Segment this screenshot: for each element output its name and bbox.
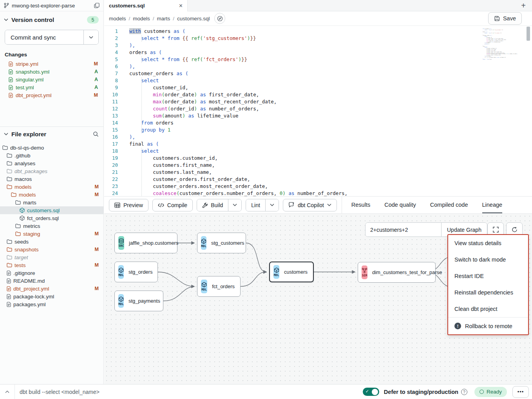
code-line[interactable]: min(order_date) as first_order_date, bbox=[129, 91, 532, 98]
build-button[interactable]: Build bbox=[197, 199, 228, 211]
expand-command-panel-icon[interactable] bbox=[0, 385, 15, 399]
breadcrumb-item[interactable]: models bbox=[133, 16, 150, 22]
lineage-node-fct-orders[interactable]: MDL fct_orders bbox=[197, 276, 241, 297]
code-line[interactable]: customer_orders.first_order_date, bbox=[129, 176, 532, 183]
save-button[interactable]: Save bbox=[488, 12, 522, 25]
compile-button[interactable]: Compile bbox=[152, 199, 193, 211]
file-tree-item--gitignore[interactable]: .gitignore bbox=[0, 269, 103, 277]
code-line[interactable]: ), bbox=[129, 42, 532, 49]
copy-icon[interactable] bbox=[94, 3, 100, 8]
changed-file-row[interactable]: stripe.yml M bbox=[0, 60, 103, 68]
lineage-node-jaffle-shop-customers[interactable]: SRC jaffle_shop.customers bbox=[114, 233, 177, 253]
close-tab-icon[interactable]: × bbox=[179, 3, 183, 9]
code-line[interactable]: select * from {{ ref('fct_orders')}} bbox=[129, 56, 532, 63]
code-line[interactable]: select * from {{ ref('stg_customers')}} bbox=[129, 35, 532, 42]
file-tree-item-analyses[interactable]: analyses bbox=[0, 159, 103, 167]
lineage-selector-input[interactable] bbox=[366, 223, 441, 237]
menu-item-switch-to-dark-mode[interactable]: Switch to dark mode bbox=[448, 251, 528, 268]
file-tree-item-marts[interactable]: marts bbox=[0, 199, 103, 206]
code-line[interactable]: customers.first_name, bbox=[129, 162, 532, 169]
menu-item-reinstall-dependencies[interactable]: Reinstall dependencies bbox=[448, 284, 528, 301]
tab-compiled-code[interactable]: Compiled code bbox=[430, 197, 468, 213]
lint-button[interactable]: Lint bbox=[246, 199, 265, 211]
code-line[interactable]: ), bbox=[129, 134, 532, 141]
file-tree-item-metrics[interactable]: metrics bbox=[0, 222, 103, 230]
file-tree-item-models[interactable]: modelsM bbox=[0, 191, 103, 199]
breadcrumb-item[interactable]: marts bbox=[157, 16, 170, 22]
code-line[interactable]: sum(amount) as lifetime_value bbox=[129, 112, 532, 119]
more-options-button[interactable]: ••• bbox=[512, 386, 529, 398]
code-line[interactable]: select bbox=[129, 148, 532, 155]
lineage-node-customers[interactable]: MDL customers bbox=[269, 262, 314, 282]
lineage-node-stg-customers[interactable]: MDL stg_customers bbox=[197, 233, 246, 253]
defer-toggle[interactable]: ✓ bbox=[363, 388, 379, 396]
menu-item-rollback-to-remote[interactable]: !Rollback to remote bbox=[448, 317, 528, 334]
file-tree-item-package-lock-yml[interactable]: package-lock.yml bbox=[0, 292, 103, 300]
code-content[interactable]: with customers as ( select * from {{ ref… bbox=[123, 26, 532, 196]
search-icon[interactable] bbox=[93, 131, 99, 137]
code-line[interactable]: customers.customer_id, bbox=[129, 155, 532, 162]
menu-item-view-status-details[interactable]: View status details bbox=[448, 235, 528, 251]
code-line[interactable]: with customers as ( bbox=[129, 28, 532, 35]
changed-file-row[interactable]: singular.yml A bbox=[0, 76, 103, 83]
open-in-explorer-icon[interactable] bbox=[214, 13, 225, 24]
code-line[interactable]: select bbox=[129, 77, 532, 84]
code-line[interactable]: final as ( bbox=[129, 141, 532, 148]
changed-file-row[interactable]: dbt_project.yml M bbox=[0, 91, 103, 99]
code-line[interactable]: customer_orders.most_recent_order_date, bbox=[129, 183, 532, 190]
code-line[interactable]: customer_orders as ( bbox=[129, 70, 532, 77]
help-icon[interactable]: ? bbox=[461, 389, 467, 395]
tab-results[interactable]: Results bbox=[351, 197, 370, 213]
menu-item-clean-dbt-project[interactable]: Clean dbt project bbox=[448, 301, 528, 317]
tab-code-quality[interactable]: Code quality bbox=[384, 197, 416, 213]
file-tree-item-models[interactable]: modelsM bbox=[0, 183, 103, 191]
menu-item-restart-ide[interactable]: Restart IDE bbox=[448, 268, 528, 284]
code-editor[interactable]: 1234567891011121314151617181920212223242… bbox=[104, 26, 532, 196]
file-tree-item-dbt-packages[interactable]: dbt_packages bbox=[0, 167, 103, 175]
file-tree-item-customers-sql[interactable]: customers.sql bbox=[0, 206, 103, 214]
file-explorer-header[interactable]: File explorer bbox=[0, 127, 103, 141]
changed-file-row[interactable]: test.yml A bbox=[0, 83, 103, 91]
dbt-copilot-button[interactable]: dbt Copilot bbox=[283, 199, 337, 211]
code-line[interactable]: count(order_id) as number_of_orders, bbox=[129, 105, 532, 112]
code-line[interactable]: customers.last_name, bbox=[129, 169, 532, 176]
commit-and-sync-button[interactable]: Commit and sync bbox=[5, 30, 83, 44]
breadcrumb-item[interactable]: customers.sql bbox=[177, 16, 210, 22]
file-tree-item-fct-orders-sql[interactable]: fct_orders.sql bbox=[0, 214, 103, 222]
code-line[interactable]: orders as ( bbox=[129, 49, 532, 56]
build-options-caret[interactable] bbox=[228, 199, 241, 211]
code-line[interactable]: group by 1 bbox=[129, 126, 532, 134]
new-tab-button[interactable]: + bbox=[515, 0, 532, 11]
file-tree-item-readme-md[interactable]: README.md bbox=[0, 277, 103, 285]
tab-customers-sql[interactable]: customers.sql × bbox=[104, 0, 188, 11]
tab-lineage[interactable]: Lineage bbox=[482, 197, 503, 213]
command-input[interactable]: dbt build --select <model_name> bbox=[20, 389, 363, 395]
file-tree-item-tests[interactable]: testsM bbox=[0, 261, 103, 269]
file-tree-item-seeds[interactable]: seeds bbox=[0, 238, 103, 246]
file-tree-item-macros[interactable]: macros bbox=[0, 175, 103, 183]
file-tree-item-snapshots[interactable]: snapshotsM bbox=[0, 246, 103, 253]
code-line[interactable]: ), bbox=[129, 63, 532, 70]
editor-scrollbar[interactable] bbox=[526, 26, 530, 196]
lineage-node-stg-payments[interactable]: MDL stg_payments bbox=[114, 291, 163, 311]
lineage-node-dim-customers-test-for-parse[interactable]: SEM dim_customers_test_for_parse bbox=[358, 262, 436, 283]
preview-button[interactable]: Preview bbox=[109, 199, 148, 211]
lineage-node-stg-orders[interactable]: MDL stg_orders bbox=[114, 262, 158, 282]
code-line[interactable]: max(order_date) as most_recent_order_dat… bbox=[129, 98, 532, 105]
file-tree-item-target[interactable]: target bbox=[0, 253, 103, 261]
breadcrumb-item[interactable]: models bbox=[109, 16, 126, 22]
file-tree-item-db-sl-qs-demo[interactable]: db-sl-qs-demo bbox=[0, 144, 103, 152]
file-tree-item-packages-yml[interactable]: packages.yml bbox=[0, 300, 103, 308]
version-control-header[interactable]: Version control 5 bbox=[0, 11, 103, 27]
code-line[interactable]: coalesce(customer_orders.number_of_order… bbox=[129, 190, 532, 196]
commit-options-caret[interactable] bbox=[83, 30, 98, 44]
lint-options-caret[interactable] bbox=[265, 199, 279, 211]
scrollbar-thumb[interactable] bbox=[527, 27, 530, 41]
code-line[interactable]: customer_id, bbox=[129, 84, 532, 91]
file-tree-item-dbt-project-yml[interactable]: dbt_project.ymlM bbox=[0, 285, 103, 292]
code-line[interactable]: from orders bbox=[129, 119, 532, 126]
lineage-panel[interactable]: SRC jaffle_shop.customers MDL stg_custom… bbox=[104, 214, 532, 384]
changed-file-row[interactable]: snapshots.yml A bbox=[0, 68, 103, 76]
file-tree-item--github[interactable]: .github bbox=[0, 152, 103, 159]
file-tree-item-staging[interactable]: stagingM bbox=[0, 230, 103, 238]
